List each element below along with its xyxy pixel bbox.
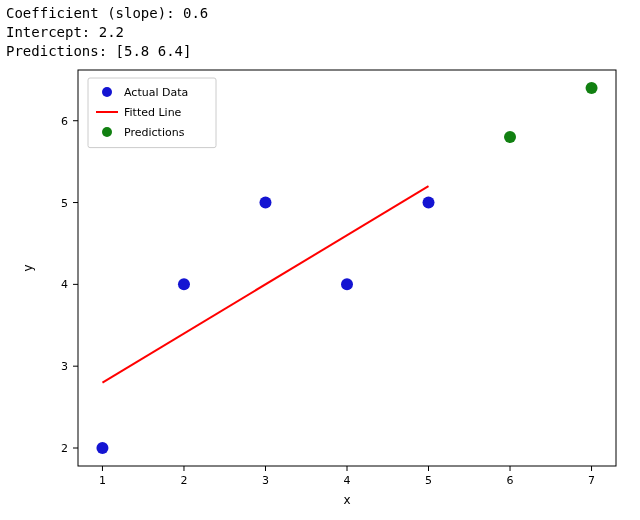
actual-point: [341, 278, 353, 290]
y-tick-label: 4: [61, 278, 68, 291]
prediction-point: [504, 131, 516, 143]
legend-dot-icon: [102, 127, 112, 137]
actual-point: [259, 197, 271, 209]
x-tick-label: 4: [344, 474, 351, 487]
actual-point: [178, 278, 190, 290]
x-tick-label: 1: [99, 474, 106, 487]
chart-container: 123456723456xyActual DataFitted LinePred…: [0, 58, 640, 520]
actual-point: [96, 442, 108, 454]
y-tick-label: 3: [61, 360, 68, 373]
y-axis-label: y: [21, 264, 35, 271]
fitted-line: [102, 186, 428, 382]
x-tick-label: 2: [180, 474, 187, 487]
x-tick-label: 6: [507, 474, 514, 487]
prediction-point: [586, 82, 598, 94]
y-tick-label: 2: [61, 442, 68, 455]
legend-dot-icon: [102, 87, 112, 97]
legend-label: Fitted Line: [124, 106, 182, 119]
x-tick-label: 5: [425, 474, 432, 487]
x-tick-label: 3: [262, 474, 269, 487]
legend-label: Actual Data: [124, 86, 188, 99]
x-tick-label: 7: [588, 474, 595, 487]
x-axis-label: x: [343, 493, 350, 507]
actual-point: [423, 197, 435, 209]
y-tick-label: 6: [61, 115, 68, 128]
output-text: Coefficient (slope): 0.6 Intercept: 2.2 …: [0, 0, 640, 61]
chart-svg: 123456723456xyActual DataFitted LinePred…: [0, 58, 640, 520]
y-tick-label: 5: [61, 197, 68, 210]
legend-label: Predictions: [124, 126, 185, 139]
